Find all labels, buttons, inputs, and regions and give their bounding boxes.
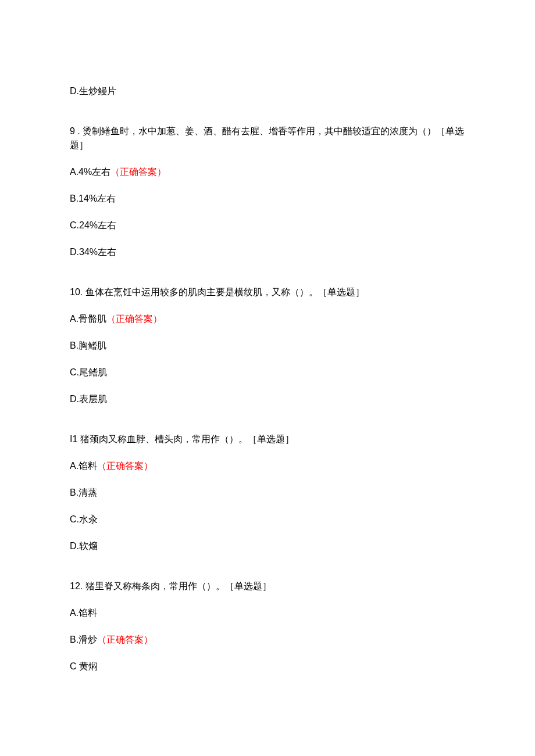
q9-option-b: B.14%左右	[70, 192, 465, 206]
q11-option-a-text: A.馅料	[70, 461, 97, 471]
q11-option-c: C.水汆	[70, 513, 465, 526]
q10-stem: 10. 鱼体在烹饪中运用较多的肌肉主要是横纹肌，又称（）。［单选题］	[70, 285, 465, 299]
q9-option-a: A.4%左右（正确答案）	[70, 165, 465, 179]
q12-option-c: C 黄焖	[70, 660, 465, 673]
q9-option-a-text: A.4%左右	[70, 167, 110, 177]
q10-option-a-correct: （正确答案）	[106, 314, 162, 324]
q11-option-a: A.馅料（正确答案）	[70, 459, 465, 473]
q8-option-d: D.生炒鳗片	[70, 84, 465, 98]
q12-option-a: A.馅料	[70, 606, 465, 620]
q10-option-d: D.表层肌	[70, 392, 465, 406]
q12-option-b-text: B.滑炒	[70, 635, 97, 644]
q12-stem: 12. 猪里脊又称梅条肉，常用作（）。［单选题］	[70, 579, 465, 593]
q12-option-b-correct: （正确答案）	[97, 635, 153, 644]
q10-option-c: C.尾鳍肌	[70, 366, 465, 379]
q10-option-a-text: A.骨骼肌	[70, 314, 106, 324]
q9-option-d: D.34%左右	[70, 245, 465, 259]
q11-option-d: D.软熘	[70, 539, 465, 553]
q12-option-b: B.滑炒（正确答案）	[70, 633, 465, 647]
document-page: D.生炒鳗片 9 . 烫制鳝鱼时，水中加葱、姜、酒、醋有去腥、增香等作用，其中醋…	[0, 0, 535, 739]
q10-option-b: B.胸鳍肌	[70, 339, 465, 353]
q11-option-a-correct: （正确答案）	[97, 461, 153, 471]
q9-option-a-correct: （正确答案）	[110, 167, 166, 177]
q11-option-b: B.清蒸	[70, 486, 465, 500]
q9-stem: 9 . 烫制鳝鱼时，水中加葱、姜、酒、醋有去腥、增香等作用，其中醋较适宜的浓度为…	[70, 124, 465, 152]
q9-option-c: C.24%左右	[70, 218, 465, 232]
q10-option-a: A.骨骼肌（正确答案）	[70, 312, 465, 326]
q11-stem: I1 猪颈肉又称血脖、槽头肉，常用作（）。［单选题］	[70, 432, 465, 446]
